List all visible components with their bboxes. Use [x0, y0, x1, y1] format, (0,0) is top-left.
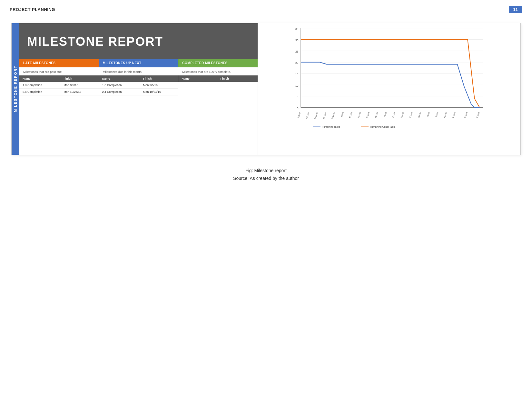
- next-header: MILESTONES UP NEXT: [99, 59, 178, 67]
- cell: 2.4 Completion: [19, 89, 60, 95]
- svg-text:12/23/17: 12/23/17: [322, 112, 327, 119]
- cell: 1.3 Completion: [99, 82, 140, 89]
- report-title: MILESTONE REPORT: [27, 35, 163, 49]
- svg-text:10: 10: [295, 84, 299, 87]
- section-next: MILESTONES UP NEXT Milestones due in thi…: [99, 59, 179, 155]
- svg-text:20: 20: [295, 61, 299, 64]
- right-panel: 35 30 25 20 15 10 5 0: [258, 23, 520, 155]
- sections-row: LATE MILESTONES Milestones that are past…: [19, 59, 258, 155]
- svg-text:3/23/18: 3/23/18: [464, 112, 468, 118]
- sidebar-label: MILESTONE REPORT: [12, 23, 19, 155]
- title-banner: MILESTONE REPORT: [19, 23, 258, 59]
- main-content: MILESTONE REPORT MILESTONE REPORT LATE M…: [0, 16, 532, 194]
- svg-text:1/17/18: 1/17/18: [357, 112, 361, 118]
- next-table: Name Finish 1.3 Completion Mon 9/5/16 2.…: [99, 75, 178, 95]
- svg-text:Remaining Tasks: Remaining Tasks: [322, 125, 340, 128]
- burndown-chart: 35 30 25 20 15 10 5 0: [261, 26, 516, 130]
- section-late: LATE MILESTONES Milestones that are past…: [19, 59, 99, 155]
- page-number: 11: [509, 6, 522, 13]
- svg-text:25: 25: [295, 50, 299, 53]
- svg-text:12/13/17: 12/13/17: [305, 112, 310, 119]
- completed-desc: Milestones that are 100% complete.: [178, 67, 258, 75]
- svg-text:3/18/18: 3/18/18: [452, 112, 456, 118]
- table-row: 2.4 Completion Mon 10/24/16: [99, 89, 178, 95]
- svg-text:1/12/18: 1/12/18: [349, 112, 353, 118]
- svg-text:12/8/17: 12/8/17: [297, 112, 301, 118]
- svg-text:15: 15: [295, 73, 299, 76]
- svg-text:3/13/18: 3/13/18: [443, 112, 447, 118]
- next-col-name: Name: [99, 75, 140, 82]
- caption-area: Fig: Milestone report Source: As created…: [10, 168, 522, 181]
- report-card: MILESTONE REPORT MILESTONE REPORT LATE M…: [11, 23, 521, 155]
- table-row: 1.3 Completion Mon 9/5/16: [19, 82, 99, 89]
- svg-text:2/11/18: 2/11/18: [392, 112, 396, 118]
- late-header: LATE MILESTONES: [19, 59, 99, 67]
- svg-text:0: 0: [297, 107, 299, 110]
- completed-table: Name Finish: [178, 75, 258, 82]
- svg-text:12/28/17: 12/28/17: [331, 112, 335, 119]
- caption-fig: Fig: Milestone report: [10, 168, 522, 173]
- completed-header: COMPLETED MILESTONES: [178, 59, 258, 67]
- svg-text:5: 5: [297, 95, 299, 99]
- svg-text:3/3/18: 3/3/18: [427, 112, 430, 117]
- svg-text:1/27/18: 1/27/18: [375, 112, 379, 118]
- late-table: Name Finish 1.3 Completion Mon 9/5/16 2.…: [19, 75, 99, 95]
- svg-text:12/18/17: 12/18/17: [314, 112, 318, 119]
- late-col-finish: Finish: [60, 75, 99, 82]
- cell: 2.4 Completion: [99, 89, 140, 95]
- svg-text:3/8/18: 3/8/18: [435, 112, 438, 117]
- cell: Mon 10/24/16: [140, 89, 178, 95]
- svg-text:1/7/18: 1/7/18: [340, 112, 344, 117]
- table-row: 1.3 Completion Mon 9/5/16: [99, 82, 178, 89]
- cell: Mon 10/24/16: [60, 89, 99, 95]
- chart-area: 35 30 25 20 15 10 5 0: [261, 26, 516, 152]
- completed-col-finish: Finish: [217, 75, 258, 82]
- svg-text:Remaining Actual Tasks: Remaining Actual Tasks: [370, 125, 395, 128]
- table-row: 2.4 Completion Mon 10/24/16: [19, 89, 99, 95]
- late-col-name: Name: [19, 75, 60, 82]
- svg-text:35: 35: [295, 27, 299, 31]
- svg-text:2/6/18: 2/6/18: [383, 112, 387, 117]
- svg-text:2/16/18: 2/16/18: [400, 112, 404, 118]
- completed-col-name: Name: [178, 75, 217, 82]
- section-completed: COMPLETED MILESTONES Milestones that are…: [178, 59, 258, 155]
- svg-text:3/28/18: 3/28/18: [476, 112, 480, 118]
- caption-source: Source: As created by the author: [10, 176, 522, 181]
- cell: Mon 9/5/16: [60, 82, 99, 89]
- page-title: PROJECT PLANNING: [10, 7, 55, 12]
- left-panel: MILESTONE REPORT LATE MILESTONES Milesto…: [19, 23, 258, 155]
- next-desc: Milestones due in this month.: [99, 67, 178, 75]
- svg-text:2/21/18: 2/21/18: [409, 112, 413, 118]
- next-col-finish: Finish: [140, 75, 178, 82]
- svg-text:2/26/18: 2/26/18: [418, 112, 421, 118]
- cell: 1.3 Completion: [19, 82, 60, 89]
- svg-text:1/22/18: 1/22/18: [366, 112, 370, 118]
- late-desc: Milestones that are past due.: [19, 67, 99, 75]
- cell: Mon 9/5/16: [140, 82, 178, 89]
- svg-text:30: 30: [295, 39, 299, 42]
